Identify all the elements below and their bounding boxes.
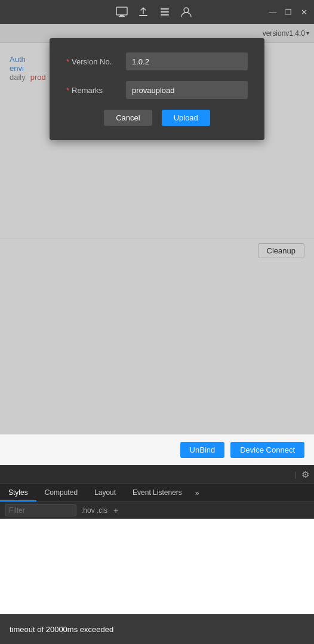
minimize-button[interactable]: — — [267, 7, 278, 17]
device-connect-button[interactable]: Device Connect — [230, 442, 304, 458]
svg-rect-4 — [161, 8, 169, 10]
version-required-mark: * — [66, 57, 69, 66]
dialog-actions: Cancel Upload — [66, 110, 248, 126]
svg-point-7 — [184, 8, 189, 13]
svg-rect-0 — [116, 7, 127, 15]
monitor-icon[interactable] — [115, 5, 128, 18]
app-area: versionv1.4.0 ▾ Auth envi daily prod Cle… — [0, 24, 314, 644]
maximize-button[interactable]: ❐ — [283, 7, 294, 17]
more-tabs-button[interactable]: » — [190, 484, 204, 501]
unbind-button[interactable]: UnBind — [180, 442, 225, 458]
svg-rect-6 — [161, 14, 169, 16]
upload-dialog: *Version No. *Remarks Cancel Upload — [50, 38, 264, 140]
timeout-message: timeout of 20000ms exceeded — [10, 625, 113, 634]
close-button[interactable]: ✕ — [298, 7, 309, 17]
filter-tags: :hov .cls — [81, 506, 107, 515]
devtools-tabs: Styles Computed Layout Event Listeners » — [0, 484, 314, 502]
title-bar-icons — [41, 5, 267, 18]
tab-event-listeners[interactable]: Event Listeners — [124, 484, 190, 501]
svg-rect-1 — [120, 15, 124, 16]
cancel-button[interactable]: Cancel — [104, 110, 152, 126]
devtools-filter-bar: :hov .cls + — [0, 502, 314, 519]
upload-button[interactable]: Upload — [162, 110, 210, 126]
devtools-toolbar: | ⚙ — [0, 465, 314, 484]
version-field: *Version No. — [66, 52, 248, 70]
upload-icon[interactable] — [137, 5, 150, 18]
tab-styles[interactable]: Styles — [0, 484, 36, 501]
svg-rect-5 — [161, 11, 169, 13]
title-bar: — ❐ ✕ — [0, 0, 314, 24]
action-bar: UnBind Device Connect — [0, 434, 314, 465]
gear-icon[interactable]: ⚙ — [301, 469, 309, 480]
timeout-toast: timeout of 20000ms exceeded — [0, 614, 314, 644]
list-icon[interactable] — [158, 5, 171, 18]
devtools-panel: | ⚙ Styles Computed Layout Event Listene… — [0, 465, 314, 644]
remarks-input[interactable] — [126, 81, 248, 99]
devtools-separator: | — [295, 470, 297, 479]
title-bar-controls: — ❐ ✕ — [267, 7, 309, 17]
version-label: *Version No. — [66, 57, 126, 66]
tab-layout[interactable]: Layout — [86, 484, 124, 501]
version-input[interactable] — [126, 52, 248, 70]
svg-rect-3 — [139, 15, 147, 16]
svg-rect-2 — [119, 16, 125, 17]
tab-computed[interactable]: Computed — [36, 484, 86, 501]
user-icon[interactable] — [180, 5, 193, 18]
add-filter-button[interactable]: + — [113, 506, 118, 515]
remarks-label: *Remarks — [66, 86, 126, 95]
filter-input[interactable] — [5, 504, 76, 516]
remarks-field: *Remarks — [66, 81, 248, 99]
remarks-required-mark: * — [66, 86, 69, 95]
